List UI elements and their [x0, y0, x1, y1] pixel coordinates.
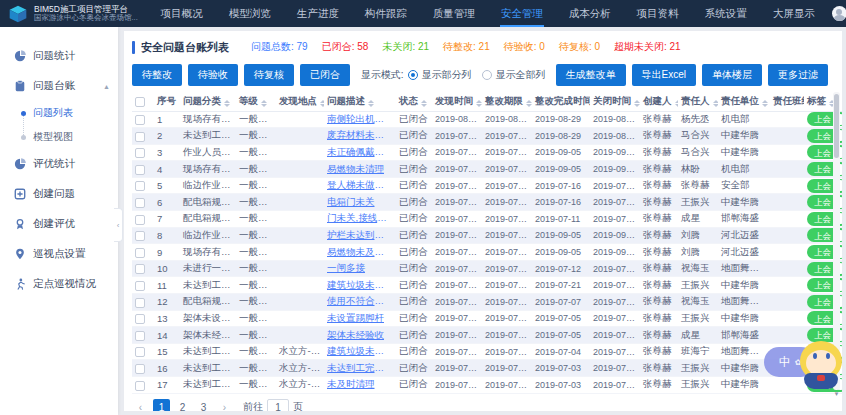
issue-description-link[interactable]: 门未关,接线不符合...: [324, 211, 396, 228]
table-row[interactable]: 17未达到工完场...一般隐患水立方-土建未及时清理已闭合2019-07-032…: [132, 377, 842, 394]
status-filter-button-1[interactable]: 待整改: [132, 64, 182, 86]
nav-item-3[interactable]: 生产进度: [284, 0, 352, 27]
prev-page-button[interactable]: ‹: [132, 399, 149, 411]
sidebar-item-2[interactable]: 问题台账▲: [0, 71, 118, 101]
table-row[interactable]: 16未达到工完场...一般隐患水立方-土建未达到工完场清已闭合2019-07-0…: [132, 360, 842, 377]
table-row[interactable]: 14架体未经验收...一般隐患架体未经验收已闭合2019-07-042019-0…: [132, 327, 842, 344]
issue-description-link[interactable]: 易燃物未清理: [324, 161, 396, 178]
sort-icon[interactable]: [634, 100, 640, 107]
issue-description-link[interactable]: 未正确佩戴安全帽: [324, 144, 396, 161]
nav-item-10[interactable]: 大屏显示: [760, 0, 828, 27]
action-button-3[interactable]: 单体楼层: [702, 64, 762, 86]
table-row[interactable]: 8临边作业未设...一般隐患护栏未达到百分百...已闭合2019-07-1020…: [132, 227, 842, 244]
row-checkbox[interactable]: [135, 264, 145, 274]
row-checkbox[interactable]: [135, 364, 145, 374]
action-button-2[interactable]: 导出Excel: [632, 64, 696, 86]
issue-description-link[interactable]: 未及时清理: [324, 377, 396, 394]
sort-icon[interactable]: [368, 100, 374, 107]
sidebar-item-6[interactable]: 巡视点设置: [0, 239, 118, 269]
user-menu[interactable]: 项目层 ▼: [832, 6, 846, 21]
sort-icon[interactable]: [476, 100, 482, 107]
issue-description-link[interactable]: 废弃材料未及时...: [324, 128, 396, 145]
scrollbar-thumb[interactable]: [834, 94, 839, 158]
row-checkbox[interactable]: [135, 115, 145, 125]
nav-item-4[interactable]: 构件跟踪: [352, 0, 420, 27]
issue-description-link[interactable]: 架体未经验收: [324, 327, 396, 344]
sidebar-item-5[interactable]: 创建评优: [0, 209, 118, 239]
issue-description-link[interactable]: 电箱门未关: [324, 194, 396, 211]
row-checkbox[interactable]: [135, 165, 145, 175]
action-button-1[interactable]: 生成整改单: [556, 64, 626, 86]
row-checkbox[interactable]: [135, 198, 145, 208]
next-page-button[interactable]: ›: [216, 399, 233, 411]
table-row[interactable]: 1现场存有易燃...一般隐患南侧轮出机房附近...已闭合2019-08-2620…: [132, 111, 842, 128]
display-mode-radio-1[interactable]: 显示部分列: [408, 68, 472, 82]
status-filter-button-2[interactable]: 待验收: [188, 64, 238, 86]
sort-icon[interactable]: [261, 100, 267, 107]
row-checkbox[interactable]: [135, 347, 145, 357]
table-row[interactable]: 5临边作业未设...一般隐患登人梯未做固定已闭合2019-07-122019-0…: [132, 177, 842, 194]
sidebar-subitem-2[interactable]: 模型视图: [33, 125, 118, 149]
row-checkbox[interactable]: [135, 132, 145, 142]
table-row[interactable]: 6配电箱规格不...一般隐患电箱门未关已闭合2019-07-112019-07-…: [132, 194, 842, 211]
sort-icon[interactable]: [526, 100, 532, 107]
sort-icon[interactable]: [320, 100, 324, 107]
sidebar-item-1[interactable]: 问题统计: [0, 41, 118, 71]
sidebar-collapse-handle[interactable]: ‹: [114, 208, 123, 242]
issue-description-link[interactable]: 使用不符合要求: [324, 294, 396, 311]
table-row[interactable]: 3作业人员未正...一般隐患未正确佩戴安全帽已闭合2019-07-172019-…: [132, 144, 842, 161]
issue-description-link[interactable]: 护栏未达到百分百...: [324, 227, 396, 244]
sidebar-item-3[interactable]: 评优统计: [0, 149, 118, 179]
issue-description-link[interactable]: 未达到工完场清: [324, 360, 396, 377]
issue-description-link[interactable]: 一闸多接: [324, 260, 396, 277]
sort-icon[interactable]: [713, 100, 719, 107]
display-mode-radio-2[interactable]: 显示全部列: [482, 68, 546, 82]
nav-item-2[interactable]: 模型浏览: [216, 0, 284, 27]
issue-description-link[interactable]: 建筑垃圾未清理: [324, 277, 396, 294]
table-row[interactable]: 12配电箱规格不...一般隐患使用不符合要求已闭合2019-07-062019-…: [132, 294, 842, 311]
row-checkbox[interactable]: [135, 248, 145, 258]
row-checkbox[interactable]: [135, 181, 145, 191]
row-checkbox[interactable]: [135, 298, 145, 308]
mascot-sticker[interactable]: 中 ✿: [764, 341, 844, 399]
issue-description-link[interactable]: 南侧轮出机房附近...: [324, 111, 396, 128]
nav-item-9[interactable]: 系统设置: [692, 0, 760, 27]
nav-item-1[interactable]: 项目概况: [148, 0, 216, 27]
table-row[interactable]: 7配电箱规格不...一般隐患门未关,接线不符合...已闭合2019-07-112…: [132, 211, 842, 228]
sidebar-item-4[interactable]: 创建问题: [0, 179, 118, 209]
nav-item-6[interactable]: 安全管理: [488, 0, 556, 27]
issue-description-link[interactable]: 易燃物未及时清理: [324, 244, 396, 261]
nav-item-8[interactable]: 项目资料: [624, 0, 692, 27]
table-row[interactable]: 15未达到工完场...一般隐患水立方-土建建筑垃圾未及时清...已闭合2019-…: [132, 343, 842, 360]
row-checkbox[interactable]: [135, 381, 145, 391]
table-row[interactable]: 9现场存有易燃...一般隐患易燃物未及时清理已闭合2019-07-102019-…: [132, 244, 842, 261]
sidebar-subitem-1[interactable]: 问题列表: [33, 101, 118, 125]
row-checkbox[interactable]: [135, 331, 145, 341]
row-checkbox[interactable]: [135, 281, 145, 291]
nav-item-5[interactable]: 质量管理: [420, 0, 488, 27]
row-checkbox[interactable]: [135, 215, 145, 225]
table-row[interactable]: 2未达到工完场...一般隐患废弃材料未及时...已闭合2019-07-24201…: [132, 128, 842, 145]
nav-item-7[interactable]: 成本分析: [556, 0, 624, 27]
table-row[interactable]: 4现场存有易燃...一般隐患易燃物未清理已闭合2019-07-162019-07…: [132, 161, 842, 178]
sort-icon[interactable]: [762, 100, 768, 107]
issue-description-link[interactable]: 未设置踢脚杆: [324, 310, 396, 327]
row-checkbox[interactable]: [135, 231, 145, 241]
issue-description-link[interactable]: 登人梯未做固定: [324, 177, 396, 194]
table-row[interactable]: 13架体未设置防...一般隐患未设置踢脚杆已闭合2019-07-052019-0…: [132, 310, 842, 327]
issue-description-link[interactable]: 建筑垃圾未及时清...: [324, 343, 396, 360]
page-button-2[interactable]: 2: [174, 399, 191, 411]
action-button-4[interactable]: 更多过滤: [768, 64, 828, 86]
sidebar-item-7[interactable]: 定点巡视情况: [0, 269, 118, 299]
page-button-3[interactable]: 3: [195, 399, 212, 411]
table-row[interactable]: 11未达到工完场...一般隐患建筑垃圾未清理已闭合2019-07-082019-…: [132, 277, 842, 294]
select-all-checkbox[interactable]: [135, 97, 145, 107]
status-filter-button-3[interactable]: 待复核: [244, 64, 294, 86]
sort-icon[interactable]: [421, 100, 427, 107]
goto-page-input[interactable]: [267, 399, 289, 411]
status-filter-button-4[interactable]: 已闭合: [300, 64, 350, 86]
table-row[interactable]: 10未进行一箱一...一般隐患一闸多接已闭合2019-07-092019-07-…: [132, 260, 842, 277]
sort-icon[interactable]: [224, 100, 230, 107]
row-checkbox[interactable]: [135, 314, 145, 324]
sort-icon[interactable]: [675, 100, 679, 107]
